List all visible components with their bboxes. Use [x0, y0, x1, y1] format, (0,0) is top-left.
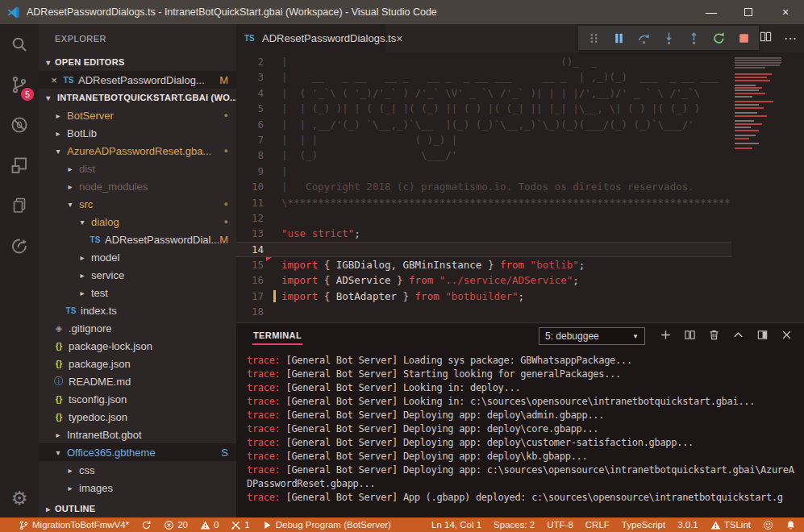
tree-item-package-json[interactable]: {}package.json [39, 355, 236, 372]
tree-item-images[interactable]: ▸images [39, 479, 236, 497]
status-smiley[interactable] [763, 520, 773, 530]
code-line-8[interactable]: 8| (_) \___/' [236, 148, 731, 163]
tree-item-css[interactable]: ▸css [39, 461, 236, 479]
tree-item-botserver[interactable]: ▸BotServer● [39, 106, 236, 124]
code-line-15[interactable]: 15import { IGBDialog, GBMinInstance } fr… [236, 257, 731, 272]
json-file-icon: {} [52, 394, 66, 404]
tree-item-adresetpassworddial[interactable]: TSADResetPasswordDial...M [39, 231, 236, 248]
tree-item-index-ts[interactable]: TSindex.ts [39, 301, 236, 319]
code-line-18[interactable]: 18 [236, 304, 731, 319]
line-number: 11 [236, 195, 264, 210]
search-icon[interactable] [0, 24, 39, 64]
minimize-button[interactable]: — [693, 0, 730, 24]
status-migrationtobotfmwv4[interactable]: MigrationToBotFmwV4* [19, 520, 129, 530]
restart-button[interactable] [710, 29, 727, 47]
code-line-7[interactable]: 7| | | ( )_) | [236, 132, 731, 148]
close-panel-icon[interactable] [781, 329, 793, 344]
tree-item-model[interactable]: ▸model [39, 248, 236, 266]
step-out-button[interactable] [685, 29, 702, 47]
new-terminal-icon[interactable] [660, 329, 672, 344]
split-terminal-icon[interactable] [684, 329, 696, 344]
tree-item-gitignore[interactable]: ◈.gitignore [39, 319, 236, 337]
status-ln-14-col-1[interactable]: Ln 14, Col 1 [431, 520, 481, 530]
code-line-9[interactable]: 9| [236, 164, 731, 179]
status-bell[interactable] [785, 520, 796, 530]
tree-item-typedoc-json[interactable]: {}typedoc.json [39, 408, 236, 426]
tree-item-node-modules[interactable]: ▸node_modules [39, 177, 236, 195]
code-line-11[interactable]: 11\*************************************… [236, 195, 731, 210]
code-line-6[interactable]: 6| | ,__/'(_) `\__,_)`\__ |(_) (_)`\__,_… [236, 117, 731, 132]
workspace-section-header[interactable]: ▾ INTRANETBOTQUICKSTART.GBAI (WO... [39, 89, 236, 106]
code-line-10[interactable]: 10| Copyright 2018 (c) pragmatismo.io. T… [236, 179, 731, 194]
minimap-line [735, 60, 781, 61]
trace-prefix: trace: [247, 492, 281, 503]
debug-icon[interactable] [0, 105, 39, 145]
documents-icon[interactable] [0, 185, 39, 226]
status-typescript[interactable]: TypeScript [622, 520, 665, 530]
status-sync[interactable] [141, 520, 152, 530]
open-editor-item[interactable]: × TS ADResetPasswordDialog... M [39, 71, 236, 89]
status-3-0-1[interactable]: 3.0.1 [677, 520, 698, 530]
close-window-button[interactable]: × [767, 0, 804, 24]
code-line-13[interactable]: 13"use strict"; [236, 226, 731, 241]
terminal-output[interactable]: trace: [General Bot Server] Loading sys … [236, 349, 804, 517]
open-editors-header[interactable]: ▾ OPEN EDITORS [39, 53, 236, 71]
status-1[interactable]: 1 [231, 520, 249, 530]
split-editor-icon[interactable] [760, 31, 772, 46]
tree-item-office365-gbtheme[interactable]: ▾Office365.gbthemeS [39, 443, 236, 461]
status-20[interactable]: 20 [164, 520, 188, 530]
code-line-12[interactable]: 12 [236, 210, 731, 226]
code-line-14[interactable]: 14 [236, 242, 731, 257]
tree-item-src[interactable]: ▾src● [39, 195, 236, 213]
step-over-button[interactable] [635, 29, 652, 47]
close-editor-icon[interactable]: × [47, 74, 61, 86]
stop-button[interactable] [735, 29, 752, 47]
tree-item-dist[interactable]: ▸dist [39, 160, 236, 177]
tree-item-test[interactable]: ▸test [39, 284, 236, 301]
drag-grip-icon[interactable] [585, 29, 602, 47]
pause-button[interactable] [610, 29, 627, 47]
line-number: 8 [236, 148, 264, 163]
status-tslint[interactable]: TSLint [710, 520, 751, 530]
line-text: import { BotAdapter } from "botbuilder"; [264, 289, 524, 304]
tree-item-botlib[interactable]: ▸BotLib [39, 124, 236, 142]
code-editor[interactable]: 2| ()_ _3| __ _ __ __ _ __ _ _ __ ___ __… [236, 52, 804, 322]
line-text [264, 304, 281, 319]
tree-item-service[interactable]: ▸service [39, 266, 236, 284]
code-line-5[interactable]: 5| | (_) )| | ( (_| |( (_) || ( ) |( (_|… [236, 101, 731, 116]
share-icon[interactable] [0, 226, 39, 266]
status-bar: MigrationToBotFmwV4*2001Debug Program (B… [0, 517, 804, 532]
terminal-selector-dropdown[interactable]: 5: debuggee ▼ [539, 327, 645, 345]
code-line-17[interactable]: 17import { BotAdapter } from "botbuilder… [236, 289, 731, 304]
status-crlf[interactable]: CRLF [585, 520, 610, 530]
tree-item-readme-md[interactable]: ⓘREADME.md [39, 372, 236, 390]
status-debug-program-botserver[interactable]: Debug Program (BotServer) [262, 520, 391, 530]
toggle-panel-icon[interactable] [756, 329, 769, 344]
close-tab-icon[interactable]: × [396, 32, 402, 45]
tree-item-intranetbot-gbot[interactable]: ▸IntranetBot.gbot [39, 426, 236, 443]
tab-terminal[interactable]: TERMINAL [252, 328, 302, 345]
line-number: 3 [236, 69, 264, 85]
code-line-3[interactable]: 3| __ _ __ __ _ __ _ _ __ ___ __ _ | ,_)… [236, 69, 731, 85]
tree-item-azureadpasswordreset-gba[interactable]: ▾AzureADPasswordReset.gba...● [39, 142, 236, 160]
tree-item-dialog[interactable]: ▾dialog● [39, 213, 236, 231]
status-spaces-2[interactable]: Spaces: 2 [494, 520, 535, 530]
code-line-2[interactable]: 2| ()_ _ [236, 54, 731, 69]
tree-item-package-lock-json[interactable]: {}package-lock.json [39, 337, 236, 355]
settings-gear-icon[interactable]: ⚙ [0, 479, 39, 517]
maximize-panel-icon[interactable] [732, 329, 744, 344]
more-actions-icon[interactable]: ⋯ [784, 31, 798, 46]
maximize-button[interactable] [730, 0, 767, 24]
kill-terminal-icon[interactable] [708, 329, 720, 344]
source-control-icon[interactable]: 5 [0, 64, 39, 105]
tree-item-tsconfig-json[interactable]: {}tsconfig.json [39, 390, 236, 408]
tab-adresetpassworddialogs[interactable]: TS ADResetPasswordDialogs.ts × [236, 24, 385, 52]
code-line-16[interactable]: 16import { ADService } from "../service/… [236, 272, 731, 288]
status-utf-8[interactable]: UTF-8 [547, 520, 573, 530]
extensions-icon[interactable] [0, 145, 39, 185]
outline-section-header[interactable]: ▸ OUTLINE [39, 500, 236, 517]
status-0[interactable]: 0 [200, 520, 219, 530]
minimap[interactable] [731, 52, 794, 322]
step-into-button[interactable] [660, 29, 677, 47]
code-line-4[interactable]: 4| ( '_`\ ( '_)/'_` ) /'_` \V' _ `\ /'_`… [236, 85, 731, 101]
